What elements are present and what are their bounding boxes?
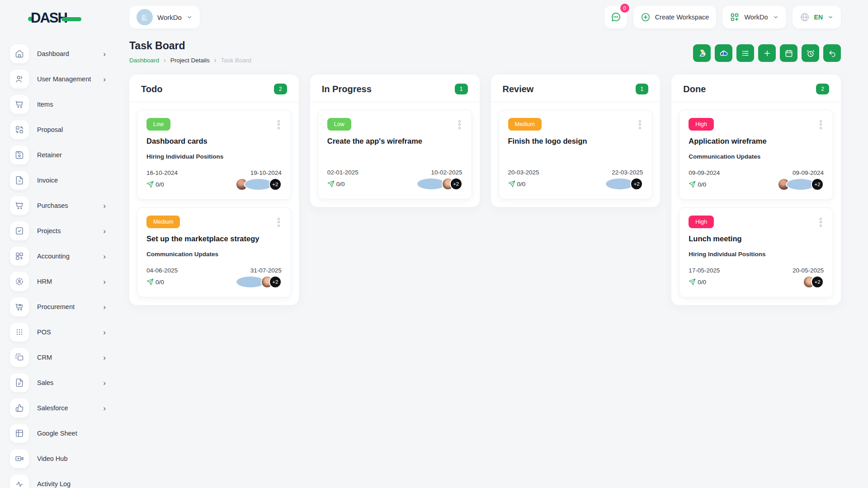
task-card[interactable]: Low Create the app's wireframe 02-01-202… [318,110,472,199]
onedrive-button[interactable] [715,44,732,62]
thumbs-up-icon [10,399,29,418]
chevron-right-icon: › [103,328,106,336]
header-actions [693,44,841,62]
chevron-right-icon: › [103,50,106,58]
send-icon [327,180,335,188]
chevron-right-icon: › [103,227,106,235]
create-workspace-label: Create Workspace [655,14,709,21]
send-icon [689,181,696,188]
workdo-label: WorkDo [744,14,768,21]
topbar: WorkDo 0 Create Workspace WorkDo [129,5,841,30]
task-card[interactable]: Medium Finish the logo design 20-03-2025… [499,110,653,199]
more-members-badge: +2 [630,178,643,190]
task-card[interactable]: High Lunch meeting Hiring Individual Pos… [679,207,833,297]
dots-grid-icon [10,323,29,342]
card-menu-button[interactable] [276,118,282,131]
chevron-right-icon: › [103,379,106,387]
card-menu-button[interactable] [818,118,824,131]
sidebar-item-sales[interactable]: Sales › [10,371,110,394]
workspace-selector[interactable]: WorkDo [129,6,200,28]
squares-icon [10,348,29,367]
list-button[interactable] [736,44,754,62]
onedrive-icon [719,49,728,58]
task-start-date: 16-10-2024 [146,169,178,176]
grid-plus-icon [730,12,740,22]
card-menu-button[interactable] [818,216,824,229]
sidebar-item-invoice[interactable]: Invoice › [10,169,110,192]
breadcrumb-item-task-board: Task Board [221,57,251,64]
chevron-down-icon [827,14,834,20]
sidebar-item-proposal[interactable]: Proposal › [10,118,110,141]
column-count-badge: 1 [636,84,649,94]
workspace-name: WorkDo [157,14,182,21]
home-icon [10,44,29,63]
sidebar-item-user-management[interactable]: User Management › [10,68,110,90]
task-start-date: 20-03-2025 [508,169,539,176]
sidebar-item-purchases[interactable]: Purchases › [10,194,110,217]
send-icon [508,180,515,188]
users-icon [10,70,29,89]
breadcrumb-item-dashboard[interactable]: Dashboard [129,57,159,64]
undo-button[interactable] [823,44,841,62]
board-column-in-progress: In Progress 1 Low Create the app's wiref… [310,75,480,207]
task-card[interactable]: Medium Set up the marketplace strategy C… [137,207,291,297]
sidebar-item-video-hub[interactable]: Video Hub › [10,447,110,470]
calendar-icon [784,49,793,58]
column-title: In Progress [322,84,372,94]
page-title: Task Board [129,40,251,52]
task-end-date: 31-07-2025 [250,267,282,274]
calendar-button[interactable] [780,44,797,62]
alarm-button[interactable] [802,44,819,62]
card-menu-button[interactable] [457,118,462,131]
priority-badge: High [689,216,714,228]
app-logo[interactable]: DASH [0,6,117,30]
sidebar-item-procurement[interactable]: Procurement › [10,296,110,318]
priority-badge: Low [327,118,351,131]
task-title: Set up the marketplace strategy [146,235,282,243]
save-icon [10,145,29,164]
language-selector[interactable]: EN [793,6,841,28]
card-menu-button[interactable] [276,216,282,229]
logo-dash [61,17,81,21]
main-area: WorkDo 0 Create Workspace WorkDo [117,0,868,488]
sidebar-item-crm[interactable]: CRM › [10,346,110,369]
assignee-avatars: +2 [807,276,824,288]
sidebar-item-items[interactable]: Items › [10,93,110,116]
task-progress: 0/0 [689,181,706,188]
card-menu-button[interactable] [637,118,643,131]
chat-icon [610,12,621,23]
google-drive-icon [698,49,707,58]
assignee-avatars: +2 [782,178,824,191]
task-card[interactable]: Low Dashboard cards Hiring Individual Po… [137,110,291,200]
sidebar-item-activity-log[interactable]: Activity Log › [10,473,110,488]
breadcrumb-separator: › [214,56,217,64]
task-end-date: 22-03-2025 [612,169,643,176]
sidebar-item-accounting[interactable]: Accounting › [10,245,110,267]
task-progress-count: 0/0 [517,181,526,188]
sidebar-item-google-sheet[interactable]: Google Sheet › [10,422,110,445]
task-end-date: 10-02-2025 [431,169,462,176]
chevron-down-icon [186,14,193,20]
assignee-avatars: +2 [240,276,282,288]
google-drive-button[interactable] [693,44,711,62]
breadcrumb: Dashboard›Project Details›Task Board [129,56,251,64]
activity-icon [10,474,29,488]
task-progress-count: 0/0 [156,279,164,286]
sidebar-item-salesforce[interactable]: Salesforce › [10,397,110,419]
task-milestone: Hiring Individual Positions [146,153,282,160]
sidebar-item-hrm[interactable]: HRM › [10,270,110,293]
sidebar-item-pos[interactable]: POS › [10,321,110,343]
task-progress: 0/0 [327,180,345,188]
plus-button[interactable] [758,44,776,62]
messages-button[interactable]: 0 [604,6,627,28]
sidebar-item-projects[interactable]: Projects › [10,220,110,242]
topbar-right: 0 Create Workspace WorkDo EN [604,6,841,28]
sidebar-item-retainer[interactable]: Retainer › [10,144,110,166]
more-members-badge: +2 [450,178,462,190]
breadcrumb-item-project-details[interactable]: Project Details [170,57,210,64]
task-title: Application wireframe [689,137,824,145]
workdo-menu-button[interactable]: WorkDo [722,6,786,28]
task-card[interactable]: High Application wireframe Communication… [679,110,833,200]
create-workspace-button[interactable]: Create Workspace [633,6,717,28]
sidebar-item-dashboard[interactable]: Dashboard › [10,42,110,65]
